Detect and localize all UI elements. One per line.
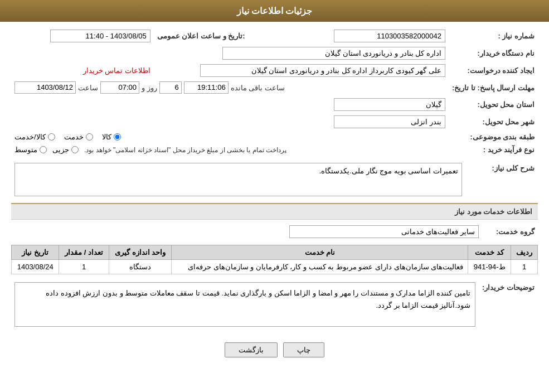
shahrkoli-value: تعمیرات اساسی بویه موج نگار ملی.یکدستگاه… [11, 161, 465, 199]
noeFarayand-label: نوع فرآیند خرید : [449, 143, 538, 156]
noeFarayand-row: متوسط جزیی پرداخت تمام یا بخشی از مبلغ خ… [14, 146, 445, 154]
saat-label: ساعت [78, 84, 98, 92]
farayand-radiogroup: متوسط جزیی [14, 146, 79, 154]
grooh-label: گروه خدمت: [482, 223, 538, 240]
saatBaqi-input: 19:11:06 [184, 81, 229, 94]
khadamat-header-text: اطلاعات خدمات مورد نیاز [455, 207, 532, 216]
radio-kalaKhedmat[interactable] [48, 133, 55, 141]
row-shahrkoli: شرح کلی نیاز: تعمیرات اساسی بویه موج نگا… [11, 161, 538, 199]
radio-kalaKhedmat-item: کالا/خدمت [14, 133, 55, 141]
shomareNiaz-input: 1103003582000042 [334, 30, 445, 42]
page-title: جزئیات اطلاعات نیاز [237, 6, 313, 16]
radio-kala[interactable] [114, 133, 121, 141]
row-grooh: گروه خدمت: سایر فعالیت‌های خدماتی [11, 223, 538, 240]
table-header: ردیف کد خدمت نام خدمت واحد اندازه گیری ت… [12, 245, 538, 260]
page-header: جزئیات اطلاعات نیاز [0, 0, 549, 22]
ijadKonande-value: علی گهر کیودی کاربرداز اداره کل بنادر و … [154, 62, 449, 79]
col-vahed: واحد اندازه گیری [109, 245, 172, 260]
rooz-label: روز و [142, 84, 157, 92]
grooh-table: گروه خدمت: سایر فعالیت‌های خدماتی [11, 223, 538, 240]
spacer1 [249, 27, 276, 45]
datetime-row: 1403/08/12 ساعت 07:00 روز و 6 19:11:06 س… [14, 81, 445, 94]
shomareNiaz-label: شماره نیاز : [449, 27, 538, 45]
radio-kala-item: کالا [102, 133, 121, 141]
ostan-input: گیلان [334, 98, 445, 111]
radio-mottasat-label: متوسط [14, 146, 37, 154]
content-area: شماره نیاز : 1103003582000042 تاریخ و سا… [0, 22, 549, 369]
row-shahr: شهر محل تحویل: بندر انزلی [11, 113, 538, 130]
radio-mottasat[interactable] [40, 146, 47, 153]
radio-khedmat-item: خدمت [64, 133, 93, 141]
radio-jozii-item: جزیی [52, 146, 79, 154]
row-shomareNiaz: شماره نیاز : 1103003582000042 تاریخ و سا… [11, 27, 538, 45]
shahrkoli-label: شرح کلی نیاز: [465, 161, 538, 199]
col-radif: ردیف [511, 245, 538, 260]
main-info-table: شماره نیاز : 1103003582000042 تاریخ و سا… [11, 27, 538, 156]
tozihat-value: تامین کننده الزاما مدارک و مستندات را مه… [11, 280, 479, 329]
col-kod: کد خدمت [468, 245, 511, 260]
tarikhSaat-value: 1403/08/05 - 11:40 [11, 27, 154, 45]
mohlatErsal-label: مهلت ارسال پاسخ: تا تاریخ: [449, 79, 538, 96]
grooh-input: سایر فعالیت‌های خدماتی [289, 225, 479, 238]
row-tozihat: توضیحات خریدار: تامین کننده الزاما مدارک… [11, 280, 538, 329]
radio-jozii-label: جزیی [52, 146, 69, 154]
radio-khedmat-label: خدمت [64, 133, 84, 141]
col-name: نام خدمت [172, 245, 468, 260]
ostan-value: گیلان [11, 96, 449, 113]
tarikhSaat-label: تاریخ و ساعت اعلان عمومی: [154, 27, 249, 45]
bazgasht-button[interactable]: بازگشت [225, 342, 278, 357]
ettelaatTamas-link[interactable]: اطلاعات تماس خریدار [83, 66, 150, 75]
tozihat-table: توضیحات خریدار: تامین کننده الزاما مدارک… [11, 280, 538, 329]
shahrkoli-table: شرح کلی نیاز: تعمیرات اساسی بویه موج نگا… [11, 161, 538, 199]
shomareNiaz-value: 1103003582000042 [276, 27, 449, 45]
row-ijadKonande: ایجاد کننده درخواست: علی گهر کیودی کاربر… [11, 62, 538, 79]
row-noeFarayand: نوع فرآیند خرید : متوسط جزیی [11, 143, 538, 156]
radio-jozii[interactable] [71, 146, 79, 153]
ijadKonande-label: ایجاد کننده درخواست: [449, 62, 538, 79]
radio-mottasat-item: متوسط [14, 146, 47, 154]
grooh-value: سایر فعالیت‌های خدماتی [11, 223, 482, 240]
tarikhSaat-input: 1403/08/05 - 11:40 [50, 30, 150, 42]
tozihat-box: تامین کننده الزاما مدارک و مستندات را مه… [14, 282, 475, 327]
col-tarikh: تاریخ نیاز [12, 245, 59, 260]
shahr-input: بندر انزلی [334, 115, 445, 128]
khadamat-section-header: اطلاعات خدمات مورد نیاز [11, 203, 538, 220]
table-row: 1ط-94-941فعالیت‌های سازمان‌های دارای عضو… [12, 260, 538, 274]
namDastgah-label: نام دستگاه خریدار: [449, 45, 538, 62]
chap-button[interactable]: چاپ [283, 342, 324, 357]
mohlatErsal-value: 1403/08/12 ساعت 07:00 روز و 6 19:11:06 س… [11, 79, 449, 96]
namDastgah-value: اداره کل بنادر و دریانوردی استان گیلان [11, 45, 449, 62]
page-container: جزئیات اطلاعات نیاز شماره نیاز : 1103003… [0, 0, 549, 392]
saatBaqi-label: ساعت باقی مانده [231, 84, 285, 92]
table-body: 1ط-94-941فعالیت‌های سازمان‌های دارای عضو… [12, 260, 538, 274]
row-tabaqe: طبقه بندی موضوعی: کالا/خدمت خدمت کالا [11, 130, 538, 143]
radio-kala-label: کالا [102, 133, 111, 141]
namDastgah-input: اداره کل بنادر و دریانوردی استان گیلان [222, 47, 445, 60]
row-ostan: استان محل تحویل: گیلان [11, 96, 538, 113]
col-tedad: تعداد / مقدار [59, 245, 109, 260]
shahrkoli-box: تعمیرات اساسی بویه موج نگار ملی.یکدستگاه… [14, 163, 462, 196]
noeFarayand-value: متوسط جزیی پرداخت تمام یا بخشی از مبلغ خ… [11, 143, 449, 156]
saat-input: 07:00 [100, 81, 139, 94]
services-table: ردیف کد خدمت نام خدمت واحد اندازه گیری ت… [11, 245, 538, 274]
tabaqe-label: طبقه بندی موضوعی: [449, 130, 538, 143]
shahr-label: شهر محل تحویل: [449, 113, 538, 130]
tabaqe-radiogroup: کالا/خدمت خدمت کالا [14, 133, 445, 141]
radio-khedmat[interactable] [86, 133, 93, 141]
ettelaatTamas-cell: اطلاعات تماس خریدار [11, 62, 154, 79]
tabaqe-value: کالا/خدمت خدمت کالا [11, 130, 449, 143]
row-namDastgah: نام دستگاه خریدار: اداره کل بنادر و دریا… [11, 45, 538, 62]
ostan-label: استان محل تحویل: [449, 96, 538, 113]
tozihat-label: توضیحات خریدار: [479, 280, 538, 329]
farayand-note: پرداخت تمام یا بخشی از مبلغ خریداز محل "… [84, 146, 286, 154]
date-input: 1403/08/12 [14, 81, 76, 94]
ijadKonande-input: علی گهر کیودی کاربرداز اداره کل بنادر و … [200, 64, 445, 77]
row-mohlatErsalPasokh: مهلت ارسال پاسخ: تا تاریخ: 1403/08/12 سا… [11, 79, 538, 96]
shahr-value: بندر انزلی [11, 113, 449, 130]
radio-kalaKhedmat-label: کالا/خدمت [14, 133, 46, 141]
button-bar: چاپ بازگشت [11, 333, 538, 363]
rooz-input: 6 [159, 81, 182, 94]
table-header-row: ردیف کد خدمت نام خدمت واحد اندازه گیری ت… [12, 245, 538, 260]
